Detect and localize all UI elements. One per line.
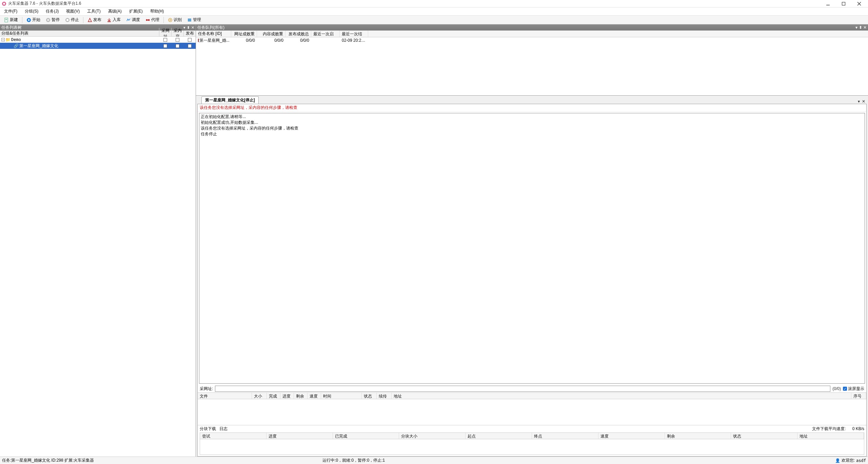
menu-task[interactable]: 任务(J) (44, 8, 60, 15)
log-tab[interactable]: 日志 (219, 426, 228, 432)
svg-point-21 (170, 19, 171, 21)
task-tree-title: 任务列表树 (1, 25, 183, 31)
checkbox[interactable] (176, 44, 179, 48)
new-button[interactable]: 新建 (2, 16, 20, 23)
col-name[interactable]: 分组&任务列表 (0, 31, 159, 36)
qcol-last-end[interactable]: 最近一次结束于 (340, 31, 368, 37)
maximize-button[interactable] (839, 1, 848, 7)
svg-rect-13 (48, 19, 49, 21)
fcol-speed[interactable]: 速度 (308, 393, 321, 399)
menu-group[interactable]: 分组(S) (23, 8, 40, 15)
speed-label: 文件下载平均速度: (812, 426, 846, 431)
queue-row[interactable]: 第一星座网_婚... 0/0/0 0/0/0 0/0/0 02-09 20:27… (196, 37, 868, 43)
close-tab-icon[interactable]: ✕ (862, 99, 865, 104)
tree-task-row[interactable]: 🔗 第一星座网_婚嫁文化 (0, 43, 196, 49)
menu-file[interactable]: 文件(F) (3, 8, 19, 15)
file-table-body[interactable] (198, 399, 866, 425)
col-publish[interactable]: 发布 (183, 31, 196, 36)
checkbox[interactable] (176, 38, 179, 42)
start-button[interactable]: 开始 (24, 16, 42, 23)
proxy-button[interactable]: 代理 (143, 16, 161, 23)
new-label: 新建 (10, 17, 18, 23)
detail-tab[interactable]: 第一星座网_婚嫁文化[停止] (201, 96, 259, 104)
fcol-size[interactable]: 大小 (252, 393, 267, 399)
fcol-time[interactable]: 时间 (321, 393, 362, 399)
address-input[interactable] (215, 386, 830, 392)
stop-button[interactable]: 停止 (63, 16, 81, 23)
ccol-status[interactable]: 状态 (731, 433, 797, 439)
close-panel-icon[interactable]: ✕ (863, 25, 867, 30)
qcol-content[interactable]: 内容成败重复 (257, 31, 285, 37)
ccol-end[interactable]: 终点 (532, 433, 598, 439)
fcol-address[interactable]: 地址 (392, 393, 851, 399)
schedule-icon (126, 18, 131, 22)
ccol-progress[interactable]: 进度 (267, 433, 333, 439)
pin-icon[interactable]: ⬍ (187, 25, 190, 30)
menu-advanced[interactable]: 高级(A) (107, 8, 123, 15)
queue-content-stat: 0/0/0 (257, 38, 285, 43)
ccol-address[interactable]: 地址 (797, 433, 864, 439)
queue-body[interactable]: 第一星座网_婚... 0/0/0 0/0/0 0/0/0 02-09 20:27… (196, 37, 868, 95)
new-icon (4, 18, 9, 22)
manage-button[interactable]: 管理 (185, 16, 203, 23)
status-run-counts: 运行中:0，就绪:0，暂停:0，停止:1 (322, 458, 385, 463)
tree-folder-row[interactable]: − 📁 Demo (0, 37, 196, 43)
fcol-done[interactable]: 完成 (267, 393, 280, 399)
qcol-name[interactable]: 任务名称 [ID] (196, 31, 231, 37)
ccol-done[interactable]: 已完成 (333, 433, 399, 439)
dropdown-icon[interactable]: ▾ (183, 25, 185, 30)
address-label: 采网址: (200, 386, 213, 392)
chunk-table-body[interactable] (200, 439, 864, 455)
recognize-button[interactable]: 识别 (166, 16, 184, 23)
address-count: (0/0) (832, 386, 841, 391)
svg-rect-7 (5, 19, 7, 19)
menu-help[interactable]: 帮助(H) (149, 8, 165, 15)
fcol-remain[interactable]: 剩余 (294, 393, 308, 399)
chunk-tab[interactable]: 分块下载 (200, 426, 216, 432)
pause-button[interactable]: 暂停 (44, 16, 62, 23)
checkbox[interactable] (188, 38, 192, 42)
fcol-resume[interactable]: 续传 (377, 393, 392, 399)
qcol-url[interactable]: 网址成败重复 (231, 31, 257, 37)
import-button[interactable]: 入库 (105, 16, 123, 23)
checkbox[interactable] (188, 44, 192, 48)
stop-label: 停止 (71, 17, 79, 23)
menu-tool[interactable]: 工具(T) (86, 8, 102, 15)
fcol-file[interactable]: 文件 (198, 393, 252, 399)
separator (22, 17, 22, 23)
menu-view[interactable]: 视图(V) (65, 8, 81, 15)
menu-extend[interactable]: 扩展(E) (128, 8, 144, 15)
ccol-size[interactable]: 分块大小 (399, 433, 466, 439)
checkbox[interactable] (163, 44, 167, 48)
pause-label: 暂停 (52, 17, 60, 23)
dropdown-icon[interactable]: ▾ (858, 99, 860, 104)
queue-task-name: 第一星座网_婚... (199, 38, 230, 43)
task-tree-columns: 分组&任务列表 采网址 采内容 发布 (0, 31, 196, 37)
checkbox[interactable] (163, 38, 167, 42)
ccol-start[interactable]: 起点 (466, 433, 532, 439)
stopped-icon (198, 39, 199, 42)
publish-button[interactable]: 发布 (85, 16, 103, 23)
ccol-try[interactable]: 尝试 (200, 433, 267, 439)
qcol-last-start[interactable]: 最近一次启动于 (311, 31, 340, 37)
ccol-speed[interactable]: 速度 (598, 433, 665, 439)
task-tree-body[interactable]: − 📁 Demo 🔗 第一星座网_婚嫁文化 (0, 37, 196, 457)
pin-icon[interactable]: ⬍ (859, 25, 862, 30)
scroll-display-checkbox[interactable]: ✓ 滚屏显示 (843, 386, 864, 392)
minimize-button[interactable] (823, 1, 833, 7)
qcol-publish[interactable]: 发布成败总数 (285, 31, 311, 37)
status-username: asdf (856, 458, 866, 463)
collapse-icon[interactable]: − (1, 38, 5, 41)
fcol-status[interactable]: 状态 (362, 393, 377, 399)
log-output[interactable]: 正在初始化配置,请稍等... 初始化配置成功,开始数据采集... 该任务您没有选… (199, 113, 865, 384)
dropdown-icon[interactable]: ▾ (855, 25, 857, 30)
fcol-seq[interactable]: 序号 (851, 393, 866, 399)
close-button[interactable] (854, 1, 864, 7)
ccol-remain[interactable]: 剩余 (665, 433, 731, 439)
fcol-progress[interactable]: 进度 (280, 393, 294, 399)
publish-icon (87, 18, 92, 22)
schedule-button[interactable]: 调度 (124, 16, 142, 23)
svg-rect-3 (842, 2, 845, 5)
close-panel-icon[interactable]: ✕ (191, 25, 194, 30)
folder-label: Demo (11, 37, 21, 42)
